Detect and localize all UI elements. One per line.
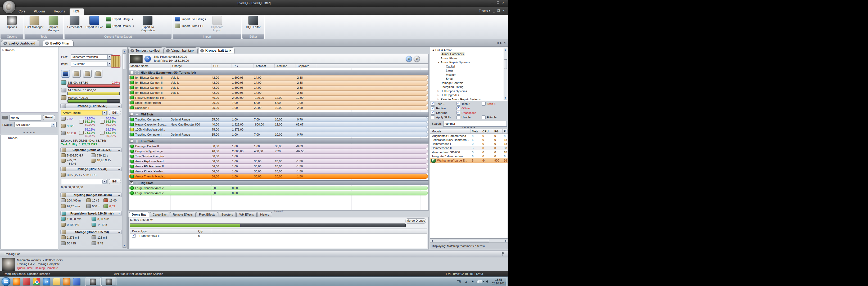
checkbox[interactable]	[431, 102, 435, 106]
column-header[interactable]: Drone Type	[130, 229, 196, 233]
utility-tab[interactable]: Fleet Effects	[196, 211, 218, 217]
damage-section-header[interactable]: Damage (DPS: 777,31) ▲	[60, 167, 122, 171]
market-tree-item[interactable]: Hull & Armor	[430, 48, 507, 52]
taskbar-app-icon[interactable]	[23, 278, 30, 285]
scroll-down-icon[interactable]: ▼	[504, 97, 507, 99]
drone-row[interactable]: Hammerhead II 5	[130, 234, 427, 238]
targeting-section-header[interactable]: Targeting (Range: 104.400m) ▲	[60, 193, 122, 197]
reset-button[interactable]: Reset	[42, 115, 55, 120]
market-tree-item[interactable]: Damage Controls	[430, 81, 507, 85]
utility-tab[interactable]: WH Effects	[236, 211, 257, 217]
collapse-group-icon[interactable]: −	[130, 181, 133, 184]
close-tab-icon[interactable]: ✕	[200, 49, 204, 52]
market-tree-item[interactable]: Hull Repair Systems	[430, 89, 507, 93]
tree-arrow-icon[interactable]	[437, 90, 439, 92]
column-header[interactable]: CPU	[481, 129, 493, 134]
storage-section-header[interactable]: Storage (Drone: 125 m3) ▲	[60, 230, 122, 234]
mdi-minimize-button[interactable]: _	[493, 9, 495, 12]
splitter-handle[interactable]: •••••••••	[430, 127, 508, 128]
column-header[interactable]: CapRate	[296, 64, 317, 68]
tree-arrow-icon[interactable]	[437, 98, 439, 101]
taskbar-evehq-window-button[interactable]	[85, 278, 100, 286]
checkbox[interactable]	[457, 115, 460, 119]
column-header[interactable]: Module	[430, 129, 470, 134]
scroll-down-icon[interactable]: ▼	[123, 244, 126, 247]
utility-tab[interactable]: History	[257, 211, 272, 217]
filter-checkbox-row[interactable]: Tech 1	[431, 102, 457, 106]
scroll-thumb[interactable]	[449, 240, 489, 242]
utility-tab[interactable]: Remote Effects	[170, 211, 195, 217]
module-row[interactable]: Tracking Computer II Optimal Range35,00 …	[129, 132, 428, 137]
filter-checkbox-row[interactable]: Storyline	[431, 111, 457, 115]
taskbar-media-player-icon[interactable]	[63, 278, 70, 285]
implants-select[interactable]: *Custom*▼	[71, 61, 113, 66]
module-list-row[interactable]: Hammerhead SD-600 00 018	[430, 150, 507, 154]
clipboard-import-button[interactable]: Clipboard Import	[208, 16, 227, 32]
module-row[interactable]: Heavy Diminishing Po... 40,00 2.000,00-1…	[129, 95, 428, 100]
minimize-button[interactable]: —	[491, 1, 494, 4]
show-fitting-info-button[interactable]	[61, 70, 70, 78]
collapse-icon[interactable]: ▲	[118, 212, 120, 215]
taskbar-firefox-icon[interactable]	[13, 278, 20, 285]
training-bar-header[interactable]: ⁞ Training Bar	[0, 251, 508, 257]
defense-section-header[interactable]: Defense (EHP: 95.668) ▲	[60, 104, 122, 108]
module-list-row[interactable]: Hammerhead I 00 018	[430, 142, 507, 146]
tab-scroll-right-icon[interactable]: ▶	[500, 41, 502, 44]
checkbox[interactable]	[457, 102, 460, 106]
tree-arrow-icon[interactable]	[437, 94, 439, 96]
stat-toolbar-button-3[interactable]	[83, 70, 92, 78]
close-tab-icon[interactable]: ✕	[3, 41, 7, 45]
filter-checkbox-row[interactable]: Tech 3	[482, 102, 507, 106]
tree-expand-icon[interactable]: ▷	[2, 49, 4, 51]
checkbox[interactable]	[431, 107, 435, 110]
column-header[interactable]: ActTime	[275, 64, 296, 68]
module-row[interactable]: Damage Control II 30,00 1,001,00 30,00-0…	[129, 144, 428, 148]
taskbar-clock[interactable]: 15:53 02.10.2011	[492, 278, 506, 285]
market-tree-item[interactable]: Large	[430, 68, 507, 73]
pin-icon[interactable]	[501, 252, 504, 256]
filter-checkbox-row[interactable]: Faction	[431, 107, 457, 110]
fitting-tab[interactable]: ✕ Kronos, bait tank	[198, 48, 235, 54]
merge-drones-button[interactable]: Merge Drones	[405, 219, 426, 224]
column-header[interactable]: ActCost	[254, 64, 275, 68]
low-slots-group-header[interactable]: − ❚ Low Slots	[129, 139, 429, 144]
tab-scroll-left-icon[interactable]: ◀	[496, 41, 499, 44]
collapse-icon[interactable]: ▲	[118, 194, 120, 196]
market-tree-item[interactable]: Capital	[430, 64, 507, 68]
taskbar-explorer-icon[interactable]	[53, 278, 60, 285]
mdi-close-button[interactable]: ✕	[502, 9, 505, 12]
module-row[interactable]: Small Tractor Beam I 20,00 7,005,00 5,00…	[129, 101, 428, 105]
module-row[interactable]: Large Nanobot Accele... 0,00 0,00	[129, 191, 428, 195]
module-row[interactable]: Salvager II 25,00 1,0020,00 10,00-2,00	[129, 106, 428, 110]
module-search-input[interactable]	[443, 121, 507, 126]
edit-damage-button[interactable]: Edit	[109, 179, 121, 184]
collapse-group-icon[interactable]: −	[130, 71, 133, 74]
module-list-row[interactable]: Federation Navy Hammerh... 60 018	[430, 138, 507, 142]
checkbox[interactable]	[431, 111, 435, 115]
market-tree-item[interactable]: Armor Plates	[430, 56, 507, 60]
taskbar-chrome-icon[interactable]	[33, 278, 40, 285]
action-center-flag-icon[interactable]: ⚑	[471, 280, 474, 283]
fitting-tab[interactable]: ✕ Vargur, bait tank	[164, 48, 198, 54]
checkbox[interactable]	[431, 115, 435, 119]
market-tree-item[interactable]: Armor Repair Systems	[430, 60, 507, 65]
menu-tab[interactable]: Core	[15, 8, 29, 15]
column-header[interactable]: P	[502, 129, 507, 134]
menu-tab[interactable]: HQF	[70, 8, 84, 15]
target-profile-select[interactable]: ▼	[61, 179, 107, 184]
import-eve-fittings-button[interactable]: Import Eve Fittings	[174, 17, 207, 22]
module-row[interactable]: Ion Blaster Cannon II Void L42,00 1.690,…	[129, 80, 428, 85]
flyable-select[interactable]: <All Ships> ▼	[14, 122, 57, 127]
refresh-fitting-button[interactable]: ↻	[406, 56, 412, 62]
splitter-handle[interactable]: •••••••••	[1, 132, 58, 133]
column-header[interactable]: Charge	[170, 64, 212, 68]
ship-tree-item-kronos[interactable]: ▷ Kronos	[1, 48, 58, 53]
market-tree-item[interactable]: Energized Plating	[430, 85, 507, 89]
export-details-button[interactable]: Export Details▼	[105, 23, 135, 29]
collapse-icon[interactable]: ▲	[118, 168, 120, 170]
hqf-editor-button[interactable]: HQF Editor	[244, 16, 263, 29]
theme-menu[interactable]: Theme ▾	[479, 9, 490, 12]
scroll-up-icon[interactable]: ▲	[504, 49, 507, 51]
filter-checkbox-row[interactable]: Usable	[457, 115, 482, 119]
network-icon[interactable]	[478, 280, 482, 283]
